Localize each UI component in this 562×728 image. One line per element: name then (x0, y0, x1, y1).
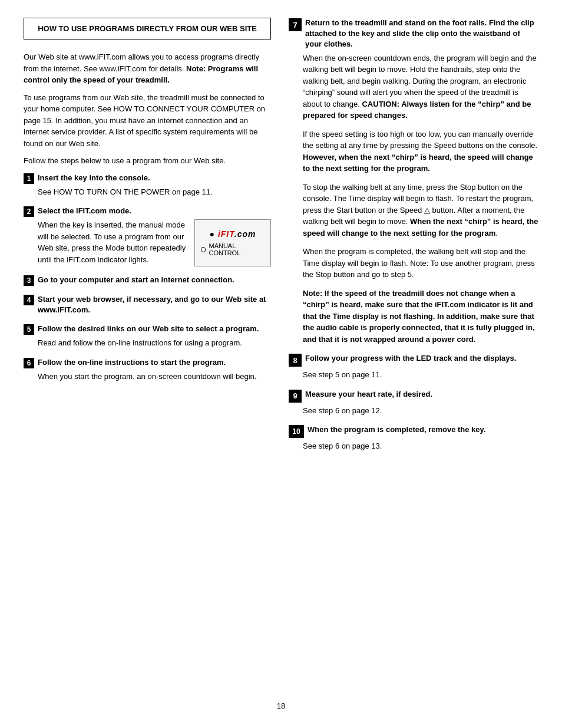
step-5-body: Read and follow the on-line instructions… (38, 337, 271, 349)
step-2-title: Select the iFIT.com mode. (38, 206, 131, 216)
step-6-number: 6 (24, 358, 34, 368)
step-6-title: Follow the on-line instructions to start… (38, 357, 226, 368)
manual-control-label: MANUAL CONTROL (209, 242, 265, 256)
step-7: 7 Return to the treadmill and stand on t… (289, 18, 538, 345)
intro-paragraph-2: To use programs from our Web site, the t… (24, 92, 271, 150)
step-8-number: 8 (289, 354, 302, 367)
step-8-title: Follow your progress with the LED track … (305, 353, 516, 364)
step-1-body: See HOW TO TURN ON THE POWER on page 11. (38, 186, 271, 198)
step-9-number: 9 (289, 390, 302, 403)
step-6-body: When you start the program, an on-screen… (38, 371, 271, 383)
step-10: 10 When the program is completed, remove… (289, 424, 538, 452)
step-8: 8 Follow your progress with the LED trac… (289, 353, 538, 381)
step-3-number: 3 (24, 275, 34, 286)
step-4-number: 4 (24, 295, 34, 305)
radio-dot-icon (201, 247, 206, 252)
intro-paragraph-1: Our Web site at www.iFIT.com allows you … (24, 51, 271, 86)
step-2: 2 Select the iFIT.com mode. When the key… (24, 206, 271, 266)
step-3-title: Go to your computer and start an interne… (38, 275, 234, 285)
step-10-body: See step 6 on page 13. (303, 440, 538, 452)
step-4: 4 Start your web browser, if necessary, … (24, 294, 271, 315)
left-column: HOW TO USE PROGRAMS DIRECTLY FROM OUR WE… (24, 18, 271, 690)
step-3: 3 Go to your computer and start an inter… (24, 275, 271, 286)
step-4-title: Start your web browser, if necessary, an… (38, 294, 271, 315)
right-column: 7 Return to the treadmill and stand on t… (289, 18, 538, 690)
page-number: 18 (24, 701, 538, 710)
step-1-title: Insert the key into the console. (38, 173, 150, 183)
step-1-number: 1 (24, 173, 34, 184)
step-2-number: 2 (24, 206, 34, 217)
step-9-body: See step 6 on page 12. (303, 405, 538, 417)
step-5-number: 5 (24, 324, 34, 335)
ifit-display-image: ● iFIT.com MANUAL CONTROL (194, 219, 271, 266)
step-1: 1 Insert the key into the console. See H… (24, 173, 271, 198)
step-6: 6 Follow the on-line instructions to sta… (24, 357, 271, 383)
step-9-title: Measure your heart rate, if desired. (305, 389, 432, 400)
step-8-body: See step 5 on page 11. (303, 369, 538, 381)
step-5-title: Follow the desired links on our Web site… (38, 324, 259, 334)
step-2-body: When the key is inserted, the manual mod… (38, 219, 189, 266)
step-5: 5 Follow the desired links on our Web si… (24, 324, 271, 349)
step-10-title: When the program is completed, remove th… (308, 424, 485, 435)
manual-control-row: MANUAL CONTROL (201, 242, 265, 256)
page: HOW TO USE PROGRAMS DIRECTLY FROM OUR WE… (0, 0, 562, 728)
ifit-logo: ● iFIT.com (210, 229, 256, 239)
section-header-box: HOW TO USE PROGRAMS DIRECTLY FROM OUR WE… (24, 18, 271, 39)
intro-paragraph-3: Follow the steps below to use a program … (24, 155, 271, 167)
step-10-number: 10 (289, 425, 304, 438)
section-header-title: HOW TO USE PROGRAMS DIRECTLY FROM OUR WE… (32, 24, 262, 33)
step-7-number: 7 (289, 18, 302, 31)
step-7-body: When the on-screen countdown ends, the p… (303, 52, 538, 345)
step-9: 9 Measure your heart rate, if desired. S… (289, 389, 538, 417)
step-7-title: Return to the treadmill and stand on the… (305, 18, 538, 50)
